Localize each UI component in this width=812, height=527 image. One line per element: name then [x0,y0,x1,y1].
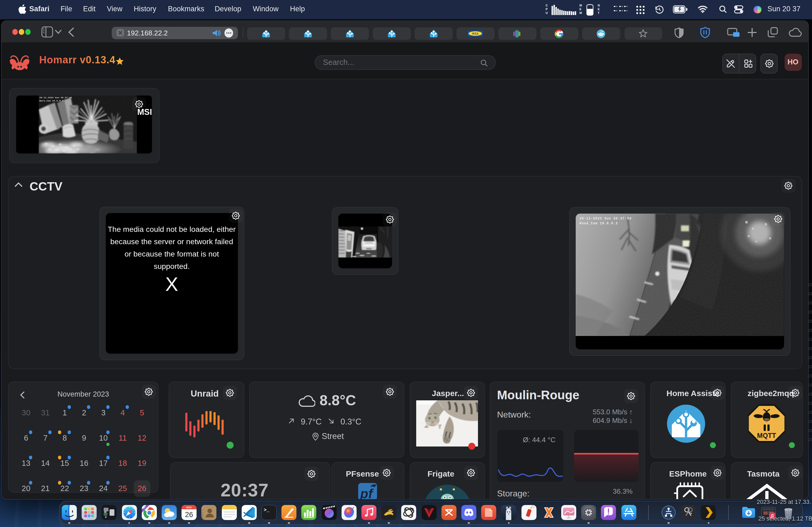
svg-text:26: 26 [185,511,193,519]
svg-text:pf: pf [360,486,374,499]
svg-text:NOV: NOV [186,506,192,509]
svg-text:IKEA: IKEA [472,32,478,35]
svg-text:>_: >_ [264,508,270,513]
svg-text:MQTT: MQTT [757,432,776,439]
